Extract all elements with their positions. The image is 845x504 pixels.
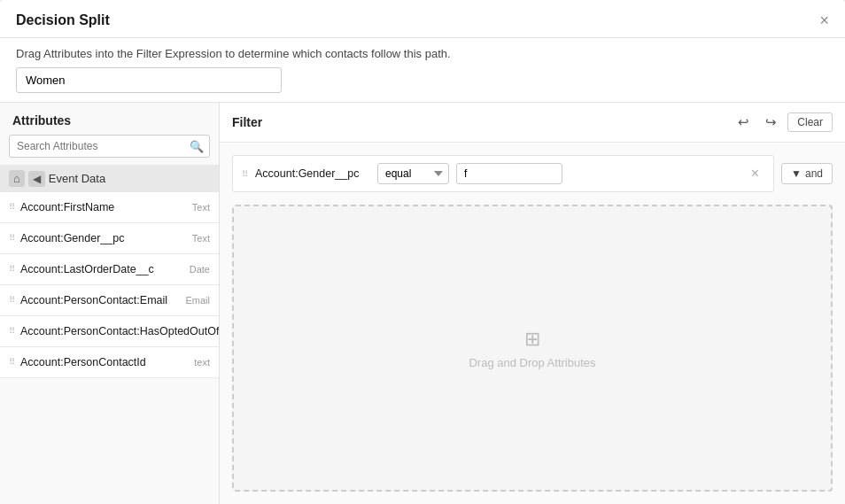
and-button[interactable]: ▼ and (781, 163, 833, 184)
drop-zone-text: Drag and Drop Attributes (469, 356, 595, 369)
attr-left: ⠿ Account:FirstName (9, 201, 114, 213)
attr-left: ⠿ Account:PersonContactId (9, 356, 146, 368)
filter-delete-button[interactable]: × (746, 164, 764, 183)
attr-type: Text (192, 233, 210, 244)
attribute-item[interactable]: ⠿ Account:PersonContact:Email Email (0, 285, 219, 316)
filter-drag-handle-icon: ⠿ (242, 169, 248, 179)
drag-handle-icon: ⠿ (9, 327, 15, 336)
attributes-panel: Attributes 🔍 ⌂ ◀ Event Data ⠿ Account:Fi… (0, 103, 220, 504)
filter-actions: ↩ ↪ Clear (733, 112, 833, 133)
attr-type: Email (185, 295, 210, 306)
undo-button[interactable]: ↩ (733, 112, 755, 133)
attr-left: ⠿ Account:Gender__pc (9, 232, 124, 244)
filter-row-group: ⠿ Account:Gender__pc equalnot equalconta… (232, 155, 833, 192)
filter-row: ⠿ Account:Gender__pc equalnot equalconta… (232, 155, 774, 192)
nav-back-button[interactable]: ◀ (28, 171, 45, 187)
and-label: and (805, 167, 823, 180)
attribute-item[interactable]: ⠿ Account:FirstName Text (0, 192, 219, 223)
attribute-item[interactable]: ⠿ Account:PersonContact:HasOptedOutOfEma… (0, 316, 219, 347)
drag-handle-icon: ⠿ (9, 358, 15, 367)
close-button[interactable]: × (819, 12, 829, 28)
path-name-input[interactable] (16, 67, 282, 93)
clear-button[interactable]: Clear (787, 112, 833, 132)
attribute-item[interactable]: ⠿ Account:LastOrderDate__c Date (0, 254, 219, 285)
modal-title: Decision Split (16, 12, 110, 28)
filter-header: Filter ↩ ↪ Clear (220, 103, 845, 143)
filter-attr-name: Account:Gender__pc (255, 167, 370, 180)
attr-type: Text (192, 202, 210, 213)
nav-home-button[interactable]: ⌂ (9, 170, 25, 187)
nav-label: Event Data (49, 172, 105, 185)
modal-header: Decision Split × (0, 0, 845, 38)
search-box: 🔍 (9, 135, 210, 158)
attr-name: Account:PersonContact:Email (20, 294, 167, 306)
filter-panel: Filter ↩ ↪ Clear ⠿ Account:Gender__pc eq… (220, 103, 845, 504)
modal-subtitle: Drag Attributes into the Filter Expressi… (0, 38, 845, 67)
attr-name: Account:FirstName (20, 201, 114, 213)
filter-title: Filter (232, 115, 262, 129)
chevron-down-icon: ▼ (791, 167, 802, 180)
attr-left: ⠿ Account:PersonContact:Email (9, 294, 167, 306)
attribute-list: ⠿ Account:FirstName Text ⠿ Account:Gende… (0, 192, 219, 504)
drop-zone-icon: ⊞ (524, 328, 540, 351)
redo-button[interactable]: ↪ (760, 112, 782, 133)
attr-left: ⠿ Account:PersonContact:HasOptedOutOfEma… (9, 325, 219, 337)
attr-name: Account:LastOrderDate__c (20, 263, 154, 275)
drag-handle-icon: ⠿ (9, 296, 15, 305)
attr-name: Account:Gender__pc (20, 232, 124, 244)
attribute-item[interactable]: ⠿ Account:PersonContactId text (0, 347, 219, 378)
drag-handle-icon: ⠿ (9, 265, 15, 274)
filter-rows-container: ⠿ Account:Gender__pc equalnot equalconta… (232, 155, 833, 192)
decision-split-modal: Decision Split × Drag Attributes into th… (0, 0, 845, 504)
attr-name: Account:PersonContactId (20, 356, 146, 368)
attr-left: ⠿ Account:LastOrderDate__c (9, 263, 154, 275)
modal-body: Attributes 🔍 ⌂ ◀ Event Data ⠿ Account:Fi… (0, 102, 845, 504)
drop-zone: ⊞ Drag and Drop Attributes (232, 205, 833, 492)
nav-breadcrumb: ⌂ ◀ Event Data (0, 165, 219, 192)
drag-handle-icon: ⠿ (9, 234, 15, 243)
search-input[interactable] (9, 135, 210, 158)
attr-type: Date (190, 264, 210, 275)
filter-value-input[interactable] (456, 163, 562, 184)
drag-handle-icon: ⠿ (9, 203, 15, 212)
attr-type: text (194, 357, 210, 368)
attributes-panel-title: Attributes (0, 103, 219, 135)
filter-body: ⠿ Account:Gender__pc equalnot equalconta… (220, 143, 845, 504)
attr-name: Account:PersonContact:HasOptedOutOfEmail (20, 325, 219, 337)
attribute-item[interactable]: ⠿ Account:Gender__pc Text (0, 223, 219, 254)
search-icon: 🔍 (190, 140, 204, 153)
filter-operator-select[interactable]: equalnot equalcontainsis nullis not null (377, 163, 449, 184)
